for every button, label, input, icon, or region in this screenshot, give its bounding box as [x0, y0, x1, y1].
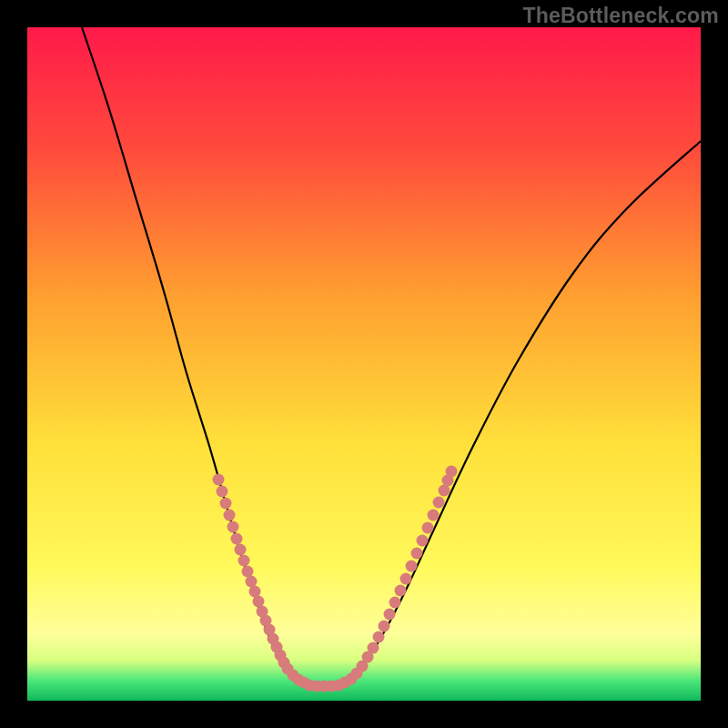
- data-dot: [400, 573, 412, 585]
- data-dot: [417, 535, 429, 547]
- data-dot: [433, 497, 445, 509]
- data-dot: [428, 510, 440, 521]
- data-dot: [213, 474, 225, 486]
- watermark-text: TheBottleneck.com: [522, 4, 719, 28]
- data-dot: [373, 632, 385, 643]
- bottleneck-curve: [27, 27, 701, 701]
- data-dot: [217, 486, 228, 498]
- data-dot: [422, 522, 434, 534]
- data-dot: [384, 609, 396, 621]
- data-dot: [406, 561, 418, 572]
- data-dot: [224, 510, 236, 521]
- data-dot: [395, 585, 407, 597]
- data-dot: [411, 548, 423, 560]
- data-dot: [220, 498, 232, 510]
- data-dot: [379, 621, 390, 632]
- plot-area: [27, 27, 701, 701]
- data-dot: [228, 521, 239, 533]
- data-dot: [235, 544, 247, 556]
- data-dot: [238, 555, 250, 567]
- data-dot: [231, 533, 243, 545]
- data-dot: [446, 466, 458, 478]
- data-dot: [389, 597, 401, 609]
- data-dot: [368, 642, 379, 654]
